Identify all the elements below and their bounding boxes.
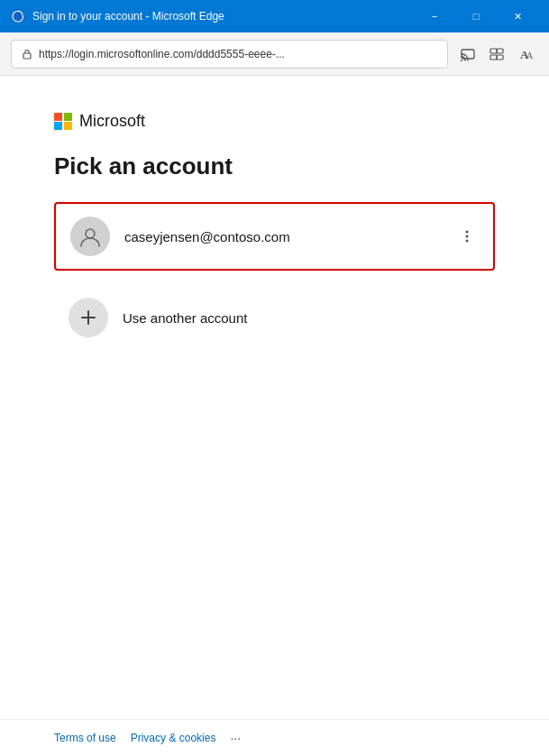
ms-squares-icon xyxy=(54,113,72,131)
svg-rect-6 xyxy=(490,55,497,60)
tabs-icon xyxy=(489,46,505,62)
account-email: caseyjensen@contoso.com xyxy=(124,229,441,244)
toolbar-icons: A A xyxy=(455,41,538,67)
title-bar: Sign in to your account - Microsoft Edge… xyxy=(0,0,549,32)
cast-icon-button[interactable] xyxy=(455,41,480,67)
microsoft-name: Microsoft xyxy=(79,112,145,131)
ms-sq-red xyxy=(54,113,62,121)
footer-more-button[interactable]: ··· xyxy=(230,731,241,745)
ms-sq-blue xyxy=(54,122,62,130)
svg-rect-5 xyxy=(497,49,503,53)
url-bar[interactable]: https://login.microsoftonline.com/dddd55… xyxy=(11,40,448,69)
terms-link[interactable]: Terms of use xyxy=(54,732,116,744)
plus-icon xyxy=(78,308,98,327)
page-title: Pick an account xyxy=(54,152,495,180)
main-content: Microsoft Pick an account caseyjensen@co… xyxy=(0,76,549,756)
lock-icon xyxy=(21,48,33,60)
reader-icon: A A xyxy=(517,46,534,62)
svg-point-10 xyxy=(86,229,95,238)
svg-rect-4 xyxy=(490,49,497,53)
ms-sq-yellow xyxy=(64,122,72,130)
main-area: Microsoft Pick an account caseyjensen@co… xyxy=(0,76,549,719)
svg-point-3 xyxy=(461,60,462,61)
user-icon xyxy=(78,225,102,248)
cast-icon xyxy=(460,46,476,62)
edge-icon xyxy=(11,9,25,23)
microsoft-logo: Microsoft xyxy=(54,112,495,131)
reader-icon-button[interactable]: A A xyxy=(513,41,538,67)
window-controls: − □ ✕ xyxy=(414,0,538,32)
url-text: https://login.microsoftonline.com/dddd55… xyxy=(39,48,285,60)
other-account-label: Use another account xyxy=(123,310,247,326)
window-title: Sign in to your account - Microsoft Edge xyxy=(32,10,407,23)
svg-text:A: A xyxy=(526,51,534,60)
svg-point-13 xyxy=(466,240,469,243)
maximize-button[interactable]: □ xyxy=(455,0,497,32)
svg-point-11 xyxy=(466,231,469,234)
tabs-icon-button[interactable] xyxy=(484,41,509,67)
svg-rect-7 xyxy=(497,55,503,60)
other-account-item[interactable]: Use another account xyxy=(54,285,495,350)
account-more-button[interactable] xyxy=(455,225,479,248)
ms-sq-green xyxy=(64,113,72,121)
more-vertical-icon xyxy=(459,228,475,244)
account-item-casey[interactable]: caseyjensen@contoso.com xyxy=(54,202,495,271)
plus-avatar xyxy=(69,298,108,337)
account-avatar xyxy=(70,217,110,256)
address-bar: https://login.microsoftonline.com/dddd55… xyxy=(0,32,549,76)
close-button[interactable]: ✕ xyxy=(497,0,538,32)
privacy-link[interactable]: Privacy & cookies xyxy=(131,732,216,744)
footer: Terms of use Privacy & cookies ··· xyxy=(0,719,549,756)
svg-point-12 xyxy=(466,235,469,238)
svg-rect-1 xyxy=(23,53,31,59)
minimize-button[interactable]: − xyxy=(414,0,455,32)
